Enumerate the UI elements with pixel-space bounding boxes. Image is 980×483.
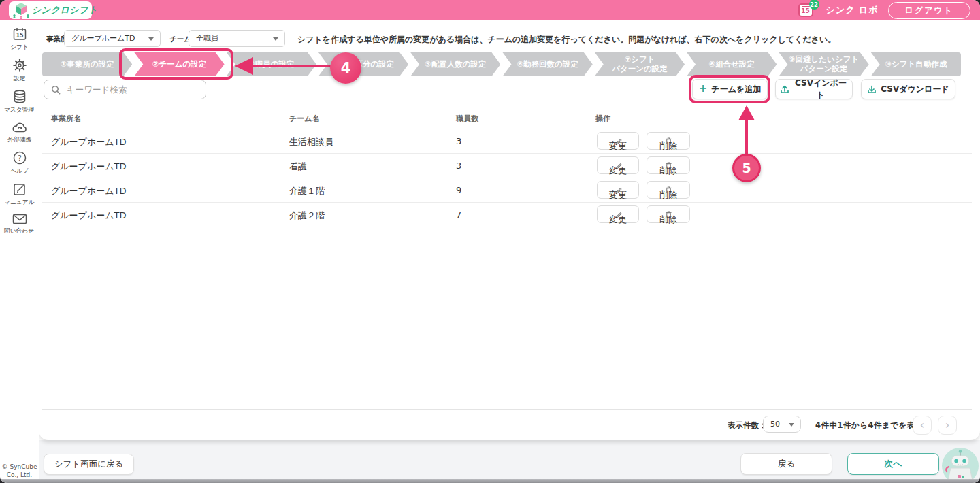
cloud-sync-icon xyxy=(12,120,28,134)
step-6-shiftcount[interactable]: ⑥勤務回数の設定 xyxy=(502,52,592,76)
search-input[interactable] xyxy=(65,84,191,95)
back-to-shift-button[interactable]: シフト画面に戻る xyxy=(44,454,134,475)
step-8-combination[interactable]: ⑧組合せ設定 xyxy=(687,52,777,76)
column-header-count: 職員数 xyxy=(456,114,478,124)
step-9-avoidpattern[interactable]: ⑨回避したいシフト パターン設定 xyxy=(779,52,868,76)
annotation-arrow-up-icon xyxy=(738,105,755,120)
per-page-select[interactable]: 50 xyxy=(763,416,801,433)
annotation-step-number-4: 4 xyxy=(330,52,361,84)
cell-count: 3 xyxy=(456,161,461,171)
database-icon xyxy=(12,89,27,104)
back-button[interactable]: 戻る xyxy=(740,453,832,475)
gear-icon xyxy=(12,58,27,73)
instruction-text: シフトを作成する単位や所属の変更がある場合は、チームの追加変更を行ってください。… xyxy=(297,34,836,46)
search-icon xyxy=(51,85,61,95)
cell-count: 3 xyxy=(456,136,461,146)
sidebar-item-master[interactable]: マスタ管理 xyxy=(0,89,39,114)
svg-text:15: 15 xyxy=(16,33,24,39)
per-page-label: 表示件数： xyxy=(728,420,767,431)
cell-count: 7 xyxy=(456,210,461,220)
chevron-down-icon xyxy=(148,37,154,41)
calendar-icon: 15 xyxy=(12,27,27,41)
next-button[interactable]: 次へ xyxy=(847,453,939,475)
csv-download-button[interactable]: CSVダウンロード xyxy=(861,79,956,99)
user-name: シンク ロボ xyxy=(826,4,879,16)
sidebar-nav: 15 シフト 設定 マスタ管理 外部連携 ? ヘルプ xyxy=(0,20,39,483)
annotation-arrow-line xyxy=(252,65,332,67)
app-logo: シンクロシフト xyxy=(9,1,92,19)
pagination-bar: 表示件数： 50 4件中1件から4件までを表示 ‹ › xyxy=(42,409,972,441)
cell-office: グループホームTD xyxy=(51,136,126,148)
cell-office: グループホームTD xyxy=(51,185,126,197)
chatbot-mascot[interactable] xyxy=(942,448,979,483)
team-select[interactable]: 全職員 xyxy=(189,30,285,47)
app-title: シンクロシフト xyxy=(32,4,98,16)
annotation-highlight-step2 xyxy=(119,48,233,80)
edit-button[interactable]: 変更 xyxy=(597,132,639,150)
table-row: グループホームTD 看護 3 変更 削除 xyxy=(42,153,972,178)
mail-icon xyxy=(12,213,28,225)
annotation-highlight-add-team xyxy=(689,75,770,103)
svg-text:?: ? xyxy=(18,154,22,163)
edit-button[interactable]: 変更 xyxy=(597,205,639,223)
upload-icon xyxy=(780,84,789,94)
column-header-actions: 操作 xyxy=(595,114,610,124)
delete-button[interactable]: 削除 xyxy=(647,205,690,223)
next-page-button[interactable]: › xyxy=(938,416,957,435)
logout-button[interactable]: ログアウト xyxy=(888,2,970,19)
cell-team: 看護 xyxy=(289,161,307,173)
header-calendar-icon: 15 22 xyxy=(798,2,817,18)
table-row: グループホームTD 生活相談員 3 変更 削除 xyxy=(42,129,972,154)
chevron-right-icon: › xyxy=(945,418,949,431)
cell-count: 9 xyxy=(456,185,461,195)
manual-icon xyxy=(12,182,27,197)
footer-strip xyxy=(39,440,980,483)
chevron-down-icon xyxy=(273,37,278,41)
annotation-arrow-left-icon xyxy=(235,57,253,75)
sidebar-item-settings[interactable]: 設定 xyxy=(0,58,39,83)
annotation-arrow-line xyxy=(745,119,748,155)
table-row: グループホームTD 介護１階 9 変更 削除 xyxy=(42,178,972,203)
sidebar-item-help[interactable]: ? ヘルプ xyxy=(0,150,39,176)
table-row: グループホームTD 介護２階 7 変更 削除 xyxy=(42,202,972,227)
cell-office: グループホームTD xyxy=(51,210,126,222)
cell-office: グループホームTD xyxy=(51,161,126,173)
edit-button[interactable]: 変更 xyxy=(597,156,639,174)
delete-button[interactable]: 削除 xyxy=(647,132,690,150)
delete-button[interactable]: 削除 xyxy=(647,156,690,174)
prev-page-button[interactable]: ‹ xyxy=(913,416,932,435)
step-10-autocreate[interactable]: ⑩シフト自動作成 xyxy=(871,52,961,76)
download-icon xyxy=(867,84,877,94)
delete-button[interactable]: 削除 xyxy=(647,181,690,199)
robot-icon xyxy=(942,448,979,483)
chevron-down-icon xyxy=(789,423,794,427)
notification-badge: 22 xyxy=(809,0,819,10)
cell-team: 介護１階 xyxy=(289,185,325,197)
csv-import-button[interactable]: CSVインポート xyxy=(775,79,853,99)
column-header-office: 事業所名 xyxy=(51,114,81,124)
office-select[interactable]: グループホームTD xyxy=(64,30,161,47)
step-5-staffing[interactable]: ⑤配置人数の設定 xyxy=(410,52,500,76)
column-header-team: チーム名 xyxy=(289,114,320,124)
cell-team: 介護２階 xyxy=(289,210,325,222)
app-window: シンクロシフト 15 22 シンク ロボ ログアウト 15 シフト 設定 xyxy=(0,0,980,483)
annotation-step-number-5: 5 xyxy=(732,154,761,182)
edit-button[interactable]: 変更 xyxy=(597,181,639,199)
keyword-search-field[interactable] xyxy=(44,80,206,99)
top-header-bar: シンクロシフト 15 22 シンク ロボ ログアウト xyxy=(0,0,980,20)
cell-team: 生活相談員 xyxy=(289,136,333,148)
help-icon: ? xyxy=(12,150,27,165)
cube-logo-icon xyxy=(12,1,31,20)
step-7-shiftpattern[interactable]: ⑦シフト パターンの設定 xyxy=(595,52,685,76)
sidebar-item-external[interactable]: 外部連携 xyxy=(0,120,39,144)
pagination-range-text: 4件中1件から4件までを表示 xyxy=(815,420,924,431)
copyright: © SynCube Co., Ltd. xyxy=(0,463,39,479)
chevron-left-icon: ‹ xyxy=(920,418,924,431)
sidebar-item-contact[interactable]: 問い合わせ xyxy=(0,213,39,235)
sidebar-item-shift[interactable]: 15 シフト xyxy=(0,27,39,52)
sidebar-item-manual[interactable]: マニュアル xyxy=(0,182,39,207)
table-header-row: 事業所名 チーム名 職員数 操作 xyxy=(42,109,972,129)
